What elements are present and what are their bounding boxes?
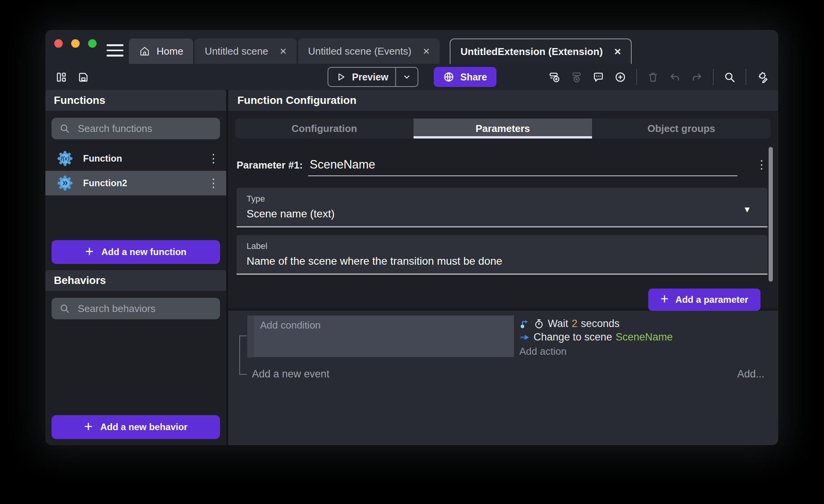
parameter-name-input[interactable]: SceneName <box>308 158 737 176</box>
close-tab-icon[interactable]: × <box>280 45 287 57</box>
toolbar-left <box>55 71 89 83</box>
scene-name-value: SceneName <box>615 331 673 343</box>
zoom-window-button[interactable] <box>88 39 97 48</box>
desktop-background: Home Untitled scene × Untitled scene (Ev… <box>0 0 824 504</box>
parameter-number-label: Parameter #1: <box>237 159 303 171</box>
parameter-label-field[interactable]: Label Name of the scene where the transi… <box>237 235 767 275</box>
app-window: Home Untitled scene × Untitled scene (Ev… <box>45 30 778 445</box>
event-drag-handle[interactable] <box>247 315 254 357</box>
search-icon <box>59 123 70 134</box>
redo-icon[interactable] <box>691 71 703 83</box>
add-more-link[interactable]: Add... <box>737 368 764 380</box>
panels-layout-icon[interactable] <box>55 71 67 83</box>
function-icon: f(x) <box>57 150 73 167</box>
type-field-label: Type <box>247 194 757 204</box>
divider <box>746 69 746 85</box>
add-condition-area[interactable]: Add condition <box>254 315 514 357</box>
tab-untitled-extension[interactable]: UntitledExtension (Extension) × <box>450 38 632 64</box>
add-event-row: Add a new event Add... <box>252 368 764 380</box>
tab-configuration[interactable]: Configuration <box>235 118 414 139</box>
action-change-scene[interactable]: Change to scene SceneName <box>519 331 673 343</box>
events-sheet: Add condition Wait 2 seconds <box>228 311 778 445</box>
add-new-behavior-button[interactable]: + Add a new behavior <box>52 415 220 439</box>
preview-button[interactable]: Preview <box>327 67 419 87</box>
toolbar-center: Preview Share <box>327 67 496 87</box>
function-configuration-header: Function Configuration <box>228 90 778 111</box>
type-field-value: Scene name (text) <box>247 208 757 220</box>
minimize-window-button[interactable] <box>71 39 80 48</box>
search-icon[interactable] <box>724 71 736 83</box>
save-icon[interactable] <box>77 71 89 83</box>
add-event-icon[interactable] <box>549 71 560 83</box>
delete-icon[interactable] <box>647 71 659 83</box>
tab-bar: Home Untitled scene × Untitled scene (Ev… <box>129 38 633 64</box>
add-circle-icon[interactable] <box>614 71 626 83</box>
behaviors-title: Behaviors <box>54 274 106 287</box>
add-new-function-button[interactable]: + Add a new function <box>52 240 220 264</box>
search-functions-input[interactable] <box>77 122 216 135</box>
label-field-label: Label <box>247 241 757 251</box>
home-icon <box>139 45 150 57</box>
action-wait[interactable]: Wait 2 seconds <box>519 318 673 330</box>
add-parameter-button[interactable]: + Add a parameter <box>648 289 761 311</box>
undo-icon[interactable] <box>669 71 681 83</box>
function-list-item[interactable]: f(x) Function ⋮ <box>45 146 226 171</box>
globe-icon <box>443 71 455 83</box>
kebab-menu-icon[interactable]: ⋮ <box>208 177 219 189</box>
tab-untitled-scene[interactable]: Untitled scene × <box>195 38 296 64</box>
configuration-tabs: Configuration Parameters Object groups <box>235 118 771 139</box>
close-tab-icon[interactable]: × <box>614 46 621 57</box>
event-bracket <box>239 335 247 375</box>
function-name: Function <box>83 153 122 164</box>
tab-untitled-scene-events[interactable]: Untitled scene (Events) × <box>298 38 440 64</box>
kebab-menu-icon[interactable]: ⋮ <box>208 153 219 164</box>
vertical-scrollbar[interactable] <box>769 147 773 282</box>
parameter-header-row: Parameter #1: SceneName ⋮ <box>237 158 767 176</box>
async-action-icon <box>519 319 530 329</box>
tab-parameters[interactable]: Parameters <box>414 118 592 139</box>
function-name: Function2 <box>83 178 127 189</box>
chevron-down-icon <box>402 72 412 82</box>
toolbar: Preview Share <box>45 64 778 90</box>
spacer <box>45 195 226 234</box>
spacer <box>45 326 226 409</box>
plus-icon: + <box>84 419 93 435</box>
search-behaviors-input[interactable] <box>77 302 216 315</box>
add-new-event-link[interactable]: Add a new event <box>252 368 329 380</box>
share-label: Share <box>460 72 487 83</box>
function-icon: » <box>57 175 73 191</box>
preview-options-chevron[interactable] <box>396 72 418 82</box>
sidebar: Functions f(x) Function ⋮ <box>45 90 226 445</box>
dropdown-arrow-icon[interactable]: ▼ <box>743 205 751 215</box>
behaviors-search-box <box>52 298 220 319</box>
play-icon <box>336 72 346 82</box>
search-icon <box>59 303 70 314</box>
hamburger-menu-icon[interactable] <box>107 44 123 57</box>
parameter-kebab-menu-icon[interactable]: ⋮ <box>756 159 767 170</box>
toolbar-right <box>549 69 768 85</box>
tab-label: Home <box>157 45 183 57</box>
add-action-link[interactable]: Add action <box>519 345 673 357</box>
functions-title: Functions <box>54 94 105 107</box>
titlebar: Home Untitled scene × Untitled scene (Ev… <box>45 30 778 64</box>
tab-home[interactable]: Home <box>129 38 193 64</box>
add-comment-icon[interactable] <box>592 71 604 83</box>
plus-icon: + <box>85 244 93 260</box>
add-parameter-row: + Add a parameter <box>228 289 761 311</box>
event-block: Add condition Wait 2 seconds <box>247 315 778 357</box>
add-subevent-icon[interactable] <box>570 71 582 83</box>
share-button[interactable]: Share <box>434 67 496 87</box>
close-window-button[interactable] <box>54 39 63 48</box>
tab-label: UntitledExtension (Extension) <box>460 46 603 58</box>
function-list-item-selected[interactable]: » Function2 ⋮ <box>45 171 226 195</box>
plus-icon: + <box>661 292 669 307</box>
label-field-value: Name of the scene where the transition m… <box>247 255 757 267</box>
wait-seconds-value: 2 <box>572 318 577 330</box>
edit-extension-icon[interactable] <box>756 71 768 83</box>
page-title: Function Configuration <box>237 94 357 107</box>
tab-object-groups[interactable]: Object groups <box>592 118 771 139</box>
tab-label: Untitled scene (Events) <box>308 45 412 57</box>
close-tab-icon[interactable]: × <box>423 45 430 57</box>
timer-icon <box>534 319 544 329</box>
parameter-type-field[interactable]: Type Scene name (text) ▼ <box>237 188 767 227</box>
